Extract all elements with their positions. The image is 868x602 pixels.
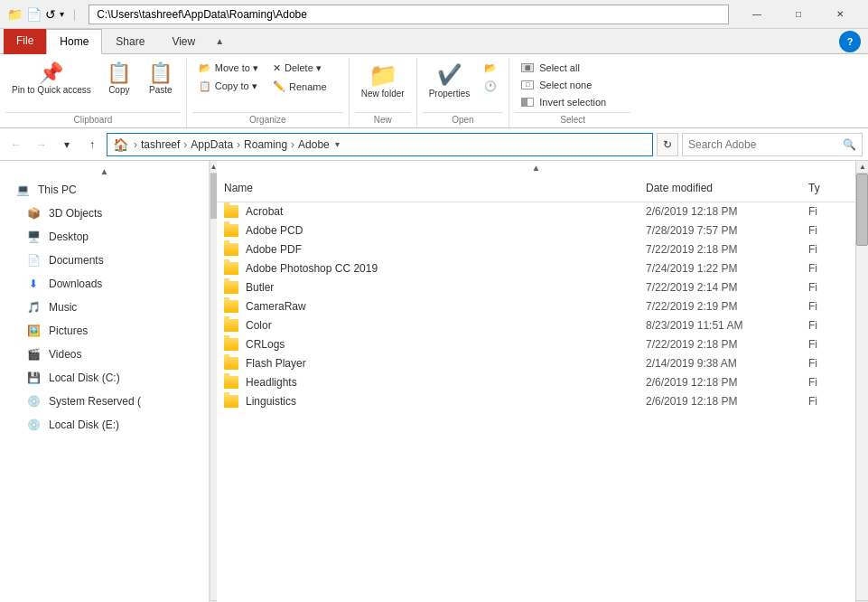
move-to-icon: 📂 xyxy=(199,62,211,74)
breadcrumb-home-icon: 🏠 xyxy=(113,137,128,152)
folder-icon xyxy=(224,300,238,313)
delete-button[interactable]: ✕ Delete ▾ xyxy=(266,60,333,77)
new-folder-icon: 📁 xyxy=(369,63,397,87)
pane-collapse-btn[interactable]: ▲ xyxy=(217,161,855,174)
sidebar-scroll-thumb[interactable] xyxy=(210,174,217,219)
close-button[interactable]: ✕ xyxy=(819,0,861,29)
new-folder-button[interactable]: 📁 New folder xyxy=(355,60,411,102)
properties-button[interactable]: ✔️ Properties xyxy=(423,60,477,102)
sidebar-item-desktop[interactable]: 🖥️ Desktop xyxy=(0,225,209,249)
file-date-cell: 2/6/2019 12:18 PM xyxy=(639,205,801,218)
file-name-cell: Color xyxy=(217,319,639,332)
sidebar-item-system-reserved[interactable]: 💿 System Reserved ( xyxy=(0,390,209,413)
tab-share[interactable]: Share xyxy=(102,29,158,54)
table-row[interactable]: Headlights 2/6/2019 12:18 PM Fi xyxy=(217,373,855,392)
open-extra-btn2[interactable]: 🕐 xyxy=(478,78,503,95)
sidebar-item-3d-objects[interactable]: 📦 3D Objects xyxy=(0,202,209,225)
sidebar-scrollbar[interactable]: ▲ ▼ xyxy=(210,161,217,602)
breadcrumb-roaming[interactable]: Roaming xyxy=(242,138,289,151)
scroll-up-button[interactable]: ▲ xyxy=(856,161,868,174)
breadcrumb-adobe[interactable]: Adobe xyxy=(296,138,331,151)
sidebar-item-documents[interactable]: 📄 Documents xyxy=(0,249,209,272)
help-button[interactable]: ? xyxy=(839,31,861,52)
file-type-cell: Fi xyxy=(801,205,855,218)
table-row[interactable]: Adobe PDF 7/22/2019 2:18 PM Fi xyxy=(217,240,855,259)
file-type-cell: Fi xyxy=(801,376,855,389)
sidebar-item-downloads[interactable]: ⬇ Downloads xyxy=(0,272,209,296)
table-row[interactable]: Flash Player 2/14/2019 9:38 AM Fi xyxy=(217,354,855,373)
qat-icon-1[interactable]: 📁 xyxy=(7,7,23,22)
tab-home[interactable]: Home xyxy=(46,29,102,54)
folder-icon xyxy=(224,376,238,389)
sidebar-item-videos[interactable]: 🎬 Videos xyxy=(0,343,209,366)
open-extra-btn1[interactable]: 📂 xyxy=(478,60,503,77)
tab-view[interactable]: View xyxy=(158,29,209,54)
move-to-button[interactable]: 📂 Move to ▾ xyxy=(192,60,265,77)
up-button[interactable]: ↑ xyxy=(81,134,103,155)
sidebar-item-local-disk-c[interactable]: 💾 Local Disk (C:) xyxy=(0,366,209,390)
copy-to-button[interactable]: 📋 Copy to ▾ xyxy=(192,78,265,95)
sidebar-item-local-disk-e[interactable]: 💿 Local Disk (E:) xyxy=(0,413,209,437)
file-pane-scrollbar[interactable]: ▲ ▼ xyxy=(855,161,868,602)
column-header-date[interactable]: Date modified xyxy=(639,178,801,198)
folder-icon xyxy=(224,357,238,370)
table-row[interactable]: Adobe Photoshop CC 2019 7/24/2019 1:22 P… xyxy=(217,259,855,278)
ribbon-collapse-button[interactable]: ▲ xyxy=(210,31,229,52)
file-type-cell: Fi xyxy=(801,300,855,313)
open-icon: 📂 xyxy=(484,62,497,74)
table-row[interactable]: CRLogs 7/22/2019 2:18 PM Fi xyxy=(217,335,855,354)
qat-icon-3[interactable]: ↺ xyxy=(45,7,56,22)
sidebar-item-this-pc[interactable]: 💻 This PC xyxy=(0,178,209,202)
file-name-cell: Flash Player xyxy=(217,357,639,370)
sidebar-item-pictures[interactable]: 🖼️ Pictures xyxy=(0,319,209,343)
refresh-button[interactable]: ↻ xyxy=(657,133,678,156)
copy-button[interactable]: 📋 Copy xyxy=(99,60,139,99)
maximize-button[interactable]: □ xyxy=(778,0,819,29)
file-date-cell: 2/14/2019 9:38 AM xyxy=(639,357,801,370)
sidebar-item-music[interactable]: 🎵 Music xyxy=(0,296,209,319)
address-dropdown-button[interactable]: ▾ xyxy=(331,139,343,149)
paste-button[interactable]: 📋 Paste xyxy=(141,60,181,99)
file-name-cell: Acrobat xyxy=(217,205,639,218)
select-all-button[interactable]: ▦ Select all xyxy=(515,60,612,76)
folder-icon xyxy=(224,319,238,332)
ribbon: 📌 Pin to Quick access 📋 Copy 📋 Paste Cli… xyxy=(0,54,868,128)
select-none-button[interactable]: □ Select none xyxy=(515,77,612,93)
tab-file[interactable]: File xyxy=(4,29,46,54)
desktop-icon: 🖥️ xyxy=(25,229,42,245)
column-header-type[interactable]: Ty xyxy=(801,178,855,198)
table-row[interactable]: Acrobat 2/6/2019 12:18 PM Fi xyxy=(217,202,855,221)
breadcrumb-appdata[interactable]: AppData xyxy=(189,138,235,151)
table-row[interactable]: Adobe PCD 7/28/2019 7:57 PM Fi xyxy=(217,221,855,240)
copy-icon: 📋 xyxy=(107,63,131,83)
file-pane-container: ▲ Name Date modified Ty Acrobat 2/6/2019… xyxy=(217,161,868,602)
search-input[interactable] xyxy=(688,138,839,151)
table-row[interactable]: Butler 7/22/2019 2:14 PM Fi xyxy=(217,278,855,297)
properties-icon: ✔️ xyxy=(437,63,462,87)
forward-button[interactable]: → xyxy=(31,134,52,155)
copy-to-icon: 📋 xyxy=(199,80,211,92)
ribbon-tabs: File Home Share View ▲ ? xyxy=(0,29,868,54)
sidebar-collapse-btn[interactable]: ▲ xyxy=(0,165,209,178)
back-button[interactable]: ← xyxy=(5,134,27,155)
column-header-name[interactable]: Name xyxy=(217,178,639,198)
qat-icon-2[interactable]: 📄 xyxy=(26,7,42,22)
clipboard-section: 📌 Pin to Quick access 📋 Copy 📋 Paste Cli… xyxy=(0,58,187,127)
table-row[interactable]: CameraRaw 7/22/2019 2:19 PM Fi xyxy=(217,297,855,316)
table-row[interactable]: Linguistics 2/6/2019 12:18 PM Fi xyxy=(217,392,855,411)
select-none-icon: □ xyxy=(521,80,534,89)
recent-locations-button[interactable]: ▾ xyxy=(56,134,78,155)
invert-selection-button[interactable]: Invert selection xyxy=(515,94,612,110)
title-bar-icons: 📁 📄 ↺ ▾ | xyxy=(7,7,81,22)
folder-icon xyxy=(224,224,238,237)
qat-dropdown[interactable]: ▾ xyxy=(60,9,64,19)
sidebar-scroll-up[interactable]: ▲ xyxy=(210,161,217,174)
minimize-button[interactable]: — xyxy=(736,0,778,29)
scroll-thumb[interactable] xyxy=(856,174,868,246)
breadcrumb-tashreef[interactable]: tashreef xyxy=(139,138,182,151)
pin-to-quick-access-button[interactable]: 📌 Pin to Quick access xyxy=(5,60,98,99)
table-row[interactable]: Color 8/23/2019 11:51 AM Fi xyxy=(217,316,855,335)
music-icon: 🎵 xyxy=(25,299,42,315)
rename-button[interactable]: ✏️ Rename xyxy=(266,78,333,95)
file-date-cell: 7/22/2019 2:18 PM xyxy=(639,338,801,351)
